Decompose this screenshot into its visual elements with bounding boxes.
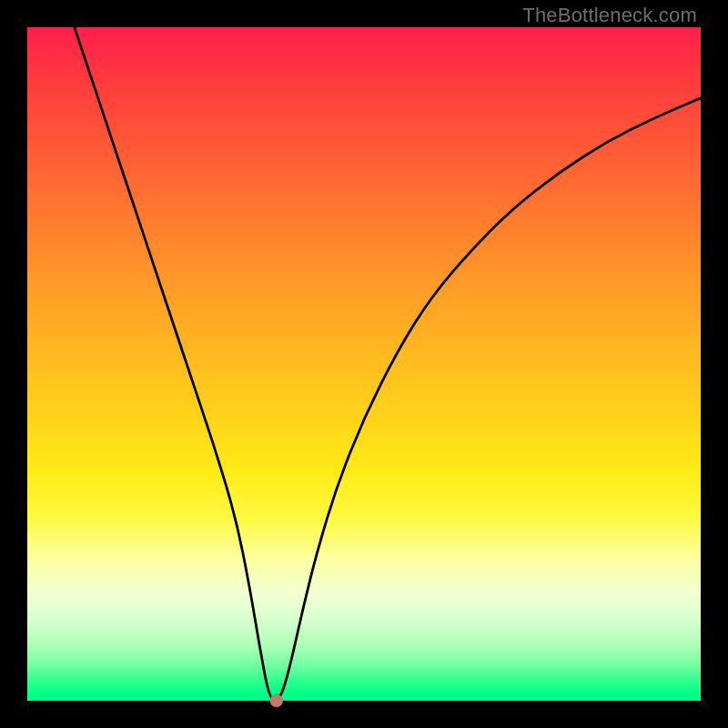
minimum-marker	[270, 694, 283, 707]
chart-frame: TheBottleneck.com	[0, 0, 728, 728]
bottleneck-curve-path	[75, 27, 701, 701]
bottleneck-curve-svg	[27, 27, 701, 701]
plot-area	[27, 27, 701, 701]
watermark-text: TheBottleneck.com	[522, 4, 697, 27]
